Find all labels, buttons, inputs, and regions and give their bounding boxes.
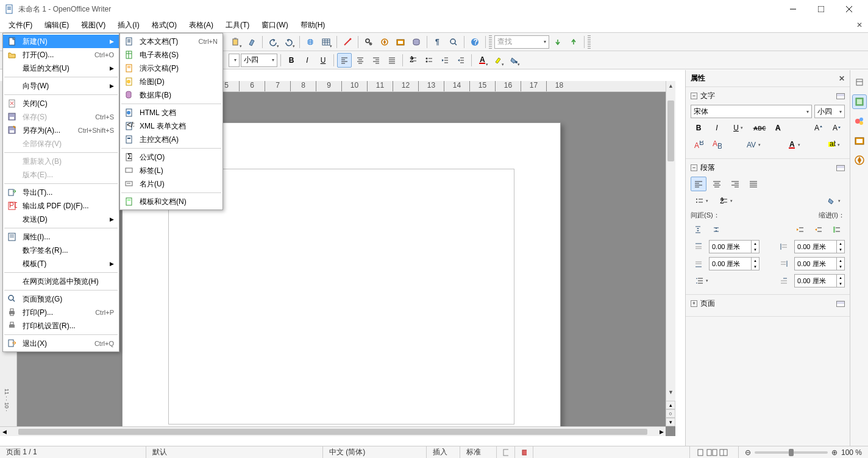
status-selection-mode[interactable]: 标准 [460, 446, 497, 458]
new-submenu-item-7[interactable]: </>XML 表单文档 [120, 119, 222, 133]
align-justify-button[interactable] [385, 53, 399, 68]
maximize-button[interactable] [807, 0, 835, 18]
decrease-indent-button[interactable] [438, 53, 452, 68]
panel-align-right[interactable] [727, 177, 743, 191]
line-spacing-dd[interactable] [691, 273, 713, 288]
increase-indent-button[interactable] [454, 53, 468, 68]
sidebar-navigator-icon[interactable] [852, 153, 867, 167]
new-submenu-item-1[interactable]: 电子表格(S) [120, 48, 222, 62]
align-left-button[interactable] [337, 53, 352, 68]
panel-bold-button[interactable]: B [691, 121, 706, 135]
new-submenu-item-14[interactable]: 模板和文档(N) [120, 195, 222, 208]
panel-icon[interactable] [836, 301, 845, 307]
paste-button[interactable] [229, 35, 243, 49]
indent-first-spinner[interactable]: ▲▼ [794, 274, 845, 287]
table-button[interactable] [319, 35, 333, 49]
new-submenu-item-8[interactable]: 主控文档(A) [120, 133, 222, 146]
new-submenu-item-10[interactable]: Σ公式(O) [120, 150, 222, 164]
close-document-button[interactable]: ✕ [855, 20, 864, 30]
font-name-dropdown-arrow[interactable]: ▾ [229, 54, 240, 67]
prev-page-nav[interactable]: ▴ [666, 401, 675, 409]
indent-right-spinner[interactable]: ▲▼ [794, 257, 845, 270]
minimize-button[interactable] [779, 0, 807, 18]
decrease-indent-panel[interactable] [792, 222, 808, 237]
status-view-layout[interactable] [690, 446, 739, 458]
format-paintbrush-button[interactable] [244, 35, 259, 49]
panel-size-combo[interactable]: 小四▾ [814, 105, 845, 118]
panel-font-color-button[interactable]: A [783, 138, 805, 152]
space-above-spinner[interactable]: ▲▼ [709, 240, 760, 253]
file-menu-item-22[interactable]: 在网页浏览器中预览(H) [3, 275, 119, 288]
file-menu-item-19[interactable]: 数字签名(R)... [3, 244, 119, 257]
new-submenu-item-6[interactable]: HTML 文档 [120, 106, 222, 119]
panel-numbering-dd[interactable]: 12 [715, 194, 737, 208]
bold-button[interactable]: B [284, 53, 299, 68]
menu-help[interactable]: 帮助(H) [294, 18, 332, 32]
zoom-value[interactable]: 100 % [841, 448, 862, 457]
sidebar-gallery-icon[interactable] [852, 133, 867, 148]
file-menu-item-14[interactable]: 导出(T)... [3, 186, 119, 199]
menu-view[interactable]: 视图(V) [75, 18, 112, 32]
toolbar-grip-3[interactable] [588, 35, 591, 49]
increase-indent-panel[interactable] [811, 222, 827, 237]
zoom-in-icon[interactable]: ⊕ [831, 448, 838, 457]
new-submenu-item-3[interactable]: 绘图(D) [120, 75, 222, 88]
menu-file[interactable]: 文件(F) [2, 18, 38, 32]
file-menu-item-25[interactable]: 打印(P)...Ctrl+P [3, 306, 119, 319]
menu-insert[interactable]: 插入(I) [112, 18, 145, 32]
panel-icon[interactable] [836, 165, 845, 171]
panel-spacing-button[interactable]: AV [743, 138, 765, 152]
panel-shadow-button[interactable]: A [770, 121, 786, 135]
new-submenu-item-12[interactable]: 名片(U) [120, 177, 222, 191]
page-section-toggle[interactable]: +页面 [691, 298, 845, 309]
zoom-slider[interactable] [755, 451, 828, 454]
numbering-button[interactable]: 12 [406, 53, 421, 68]
gallery-button[interactable] [393, 35, 408, 49]
file-menu-item-6[interactable]: 关闭(C) [3, 97, 119, 110]
panel-align-justify[interactable] [745, 177, 761, 191]
font-size-combo[interactable]: 小四▾ [241, 54, 277, 67]
text-section-toggle[interactable]: −文字 [691, 91, 845, 101]
toolbar-grip-2[interactable] [489, 35, 492, 49]
status-zoom[interactable]: ⊖ ⊕ 100 % [739, 448, 868, 457]
file-menu-item-1[interactable]: 打开(O)...Ctrl+O [3, 48, 119, 62]
italic-button[interactable]: I [300, 53, 315, 68]
background-color-button[interactable] [507, 53, 521, 68]
panel-strike-button[interactable]: ᴀʙᴄ [752, 121, 767, 135]
indent-left-spinner[interactable]: ▲▼ [794, 240, 845, 253]
redo-button[interactable] [282, 35, 296, 49]
new-submenu-item-4[interactable]: 数据库(B) [120, 88, 222, 102]
new-submenu-item-11[interactable]: 标签(L) [120, 164, 222, 177]
zoom-out-icon[interactable]: ⊖ [745, 448, 751, 457]
panel-subscript-button[interactable]: AB [709, 138, 725, 152]
status-style[interactable]: 默认 [146, 446, 323, 458]
panel-font-combo[interactable]: 宋体▾ [691, 105, 812, 118]
file-menu-item-0[interactable]: 新建(N)▶ [3, 35, 119, 48]
file-menu-item-16[interactable]: 发送(D)▶ [3, 213, 119, 226]
panel-bgcolor-dd[interactable] [823, 194, 845, 208]
panel-icon[interactable] [836, 93, 845, 99]
increase-spacing-button[interactable] [691, 222, 706, 237]
panel-superscript-button[interactable]: AB [691, 138, 706, 152]
status-modified-icon[interactable] [497, 446, 515, 458]
close-button[interactable] [835, 0, 863, 18]
properties-close-button[interactable]: ✕ [839, 74, 845, 83]
paragraph-section-toggle[interactable]: −段落 [691, 163, 845, 173]
panel-shrink-font-button[interactable]: A [829, 121, 845, 135]
new-submenu-item-0[interactable]: 文本文档(T)Ctrl+N [120, 35, 222, 48]
sidebar-styles-icon[interactable] [852, 114, 867, 129]
panel-grow-font-button[interactable]: A [811, 121, 827, 135]
status-signature-icon[interactable] [515, 446, 533, 458]
align-center-button[interactable] [353, 53, 368, 68]
menu-window[interactable]: 窗口(W) [255, 18, 294, 32]
new-submenu-item-2[interactable]: 演示文稿(P) [120, 62, 222, 75]
menu-table[interactable]: 表格(A) [183, 18, 219, 32]
bullets-button[interactable] [422, 53, 436, 68]
file-menu-item-8[interactable]: 另存为(A)...Ctrl+Shift+S [3, 124, 119, 137]
help-button[interactable]: ? [468, 35, 482, 49]
panel-align-left[interactable] [691, 177, 706, 191]
status-language[interactable]: 中文 (简体) [323, 446, 427, 458]
file-menu-item-28[interactable]: 退出(X)Ctrl+Q [3, 337, 119, 350]
menu-edit[interactable]: 编辑(E) [38, 18, 75, 32]
file-menu-item-4[interactable]: 向导(W)▶ [3, 79, 119, 93]
